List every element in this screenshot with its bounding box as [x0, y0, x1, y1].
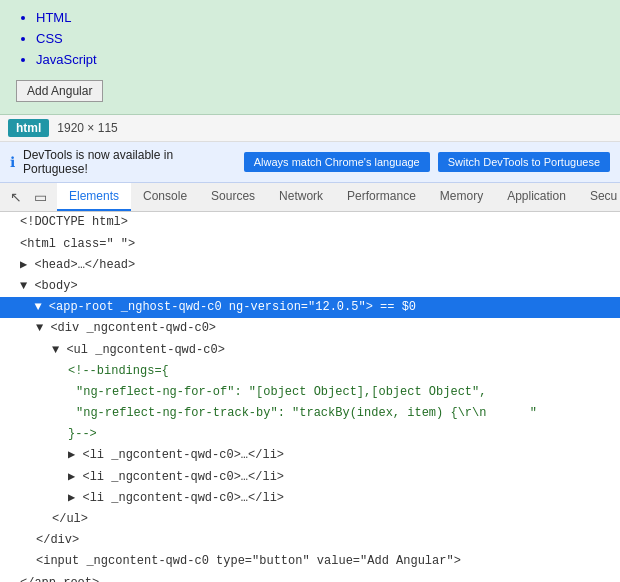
tab-application[interactable]: Application [495, 183, 578, 211]
code-line-10: "ng-reflect-ng-for-track-by": "trackBy(i… [0, 403, 620, 424]
match-language-button[interactable]: Always match Chrome's language [244, 152, 430, 172]
lang-banner-text: DevTools is now available in Portuguese! [23, 148, 236, 176]
code-line-11: }--> [0, 424, 620, 445]
code-line-1: <!DOCTYPE html> [0, 212, 620, 233]
tab-network[interactable]: Network [267, 183, 335, 211]
image-type-badge: html [8, 119, 49, 137]
code-line-7: ▼ <ul _ngcontent-qwd-c0> [0, 340, 620, 361]
code-panel: <!DOCTYPE html> <html class=" "> ▶ <head… [0, 212, 620, 582]
code-line-14: ▶ <li _ngcontent-qwd-c0>…</li> [0, 488, 620, 509]
code-line-17: <input _ngcontent-qwd-c0 type="button" v… [0, 551, 620, 572]
code-line-15: </ul> [0, 509, 620, 530]
code-line-9: "ng-reflect-ng-for-of": "[object Object]… [0, 382, 620, 403]
code-line-4: ▼ <body> [0, 276, 620, 297]
webpage-preview: HTML CSS JavaScript Add Angular [0, 0, 620, 115]
code-line-16: </div> [0, 530, 620, 551]
image-size-bar: html 1920 × 115 [0, 115, 620, 142]
tab-security[interactable]: Secu [578, 183, 620, 211]
code-line-6: ▼ <div _ngcontent-qwd-c0> [0, 318, 620, 339]
list-item-js: JavaScript [36, 50, 604, 71]
code-line-5: ▼ <app-root _nghost-qwd-c0 ng-version="1… [0, 297, 620, 318]
code-line-2: <html class=" "> [0, 234, 620, 255]
code-line-3: ▶ <head>…</head> [0, 255, 620, 276]
list-item-css: CSS [36, 29, 604, 50]
language-banner: ℹ DevTools is now available in Portugues… [0, 142, 620, 183]
switch-language-button[interactable]: Switch DevTools to Portuguese [438, 152, 610, 172]
tab-console[interactable]: Console [131, 183, 199, 211]
info-icon: ℹ [10, 154, 15, 170]
tab-sources[interactable]: Sources [199, 183, 267, 211]
list-item-html: HTML [36, 8, 604, 29]
cursor-icon[interactable]: ↖ [4, 185, 28, 209]
mobile-icon[interactable]: ▭ [28, 185, 53, 209]
tab-performance[interactable]: Performance [335, 183, 428, 211]
devtools-tab-bar: ↖ ▭ Elements Console Sources Network Per… [0, 183, 620, 212]
code-line-12: ▶ <li _ngcontent-qwd-c0>…</li> [0, 445, 620, 466]
add-angular-button[interactable]: Add Angular [16, 80, 103, 102]
code-line-13: ▶ <li _ngcontent-qwd-c0>…</li> [0, 467, 620, 488]
image-dimensions: 1920 × 115 [57, 121, 117, 135]
tab-elements[interactable]: Elements [57, 183, 131, 211]
tab-memory[interactable]: Memory [428, 183, 495, 211]
code-line-18: </app-root> [0, 573, 620, 582]
webpage-list: HTML CSS JavaScript [16, 8, 604, 70]
code-line-8: <!--bindings={ [0, 361, 620, 382]
